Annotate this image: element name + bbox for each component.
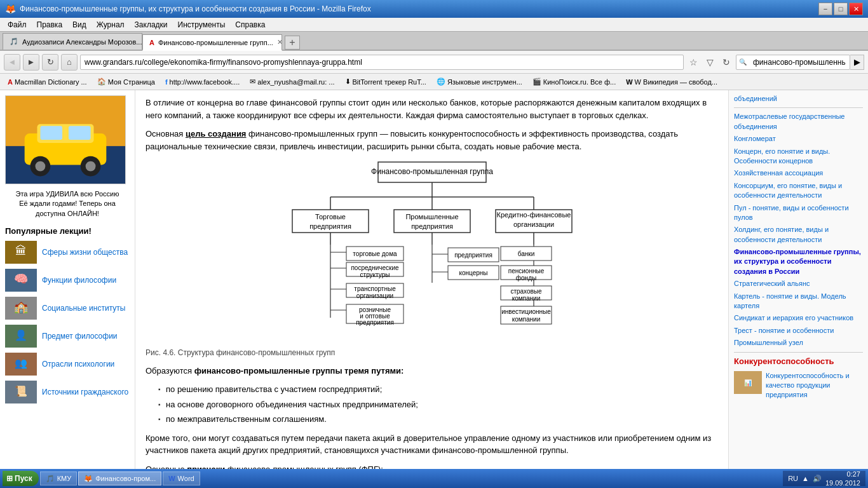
- right-link-2[interactable]: Конгломерат: [734, 134, 863, 144]
- formation-intro-para: Образуются финансово-промышленные группы…: [146, 365, 718, 377]
- bookmark-lang[interactable]: 🌐 Языковые инструмен...: [433, 76, 526, 87]
- tray-clock: 0:27 19.09.2012: [825, 470, 860, 488]
- svg-text:Финансово-промышленная группа: Финансово-промышленная группа: [371, 167, 493, 176]
- forward-button[interactable]: ►: [23, 54, 39, 71]
- reload-button[interactable]: ↻: [42, 54, 58, 71]
- minimize-button[interactable]: −: [818, 3, 832, 15]
- svg-text:👤: 👤: [15, 329, 27, 341]
- popular-item-1[interactable]: 🏛 Сферы жизни общества: [5, 241, 130, 264]
- svg-text:фонды: фонды: [515, 274, 536, 281]
- right-link-0[interactable]: объединений: [734, 94, 863, 104]
- titlebar-title: Финансово-промышленные группы, их структ…: [20, 4, 371, 13]
- right-link-13[interactable]: Промышленный узел: [734, 338, 863, 348]
- svg-text:банки: банки: [517, 250, 534, 257]
- taskbar-app-firefox[interactable]: 🦊 Финансово-пром...: [78, 471, 161, 485]
- bookmark-macmillan[interactable]: A Macmillan Dictionary ...: [4, 77, 91, 87]
- firefox-icon: 🦊: [5, 4, 16, 14]
- tab-finance[interactable]: A Финансово-промышленные групп... ✕: [142, 34, 282, 51]
- svg-text:📊: 📊: [744, 379, 752, 387]
- reload-small-icon[interactable]: ↻: [719, 55, 733, 69]
- right-link-10[interactable]: Картель - понятие и виды. Модель картеля: [734, 292, 863, 311]
- menu-bookmarks[interactable]: Закладки: [130, 19, 173, 30]
- divider-2: [734, 352, 863, 353]
- maximize-button[interactable]: □: [834, 3, 848, 15]
- right-link-4[interactable]: Хозяйственная ассоциация: [734, 168, 863, 178]
- taskbar-app-kmu[interactable]: 🎵 КМУ: [40, 471, 78, 485]
- start-icon: ⊞: [6, 474, 13, 483]
- tab-audio-label: Аудиозаписи Александры Морозов...: [22, 38, 142, 46]
- right-link-11[interactable]: Синдикат и иерархия его участников: [734, 313, 863, 323]
- menu-view[interactable]: Вид: [67, 19, 92, 30]
- bookmark-mail-label: alex_nyusha@mail.ru: ...: [257, 78, 334, 86]
- svg-text:👥: 👥: [15, 357, 27, 369]
- bookmark-facebook-icon: f: [165, 78, 168, 86]
- search-go-button[interactable]: ▶: [850, 55, 864, 70]
- bookmark-kino-label: КиноПоиск.ru. Все ф...: [543, 78, 616, 86]
- menu-journal[interactable]: Журнал: [92, 19, 130, 30]
- popular-item-5[interactable]: 👥 Отрасли психологии: [5, 353, 130, 376]
- taskbar-tray: RU ▲ 🔊 0:27 19.09.2012: [783, 471, 865, 486]
- popular-item-2[interactable]: 🧠 Функции философии: [5, 269, 130, 292]
- popular-img-4: 👤: [5, 325, 37, 348]
- popular-item-4[interactable]: 👤 Предмет философии: [5, 325, 130, 348]
- svg-text:Промышленные: Промышленные: [405, 213, 458, 220]
- right-ad[interactable]: 📊 Конкурентоспособность и качество проду…: [734, 371, 863, 400]
- bookmark-wikipedia-label: W Википедия — свобод...: [635, 78, 717, 86]
- search-input[interactable]: [736, 55, 850, 70]
- svg-text:торговые дома: торговые дома: [353, 250, 397, 257]
- right-link-12[interactable]: Трест - понятие и особенности: [734, 326, 863, 336]
- svg-rect-8: [40, 126, 62, 140]
- tray-arrow-up: ▲: [802, 475, 809, 482]
- bookmark-wikipedia[interactable]: W W Википедия — свобод...: [622, 77, 721, 87]
- menu-edit[interactable]: Правка: [32, 19, 68, 30]
- bookmark-facebook[interactable]: f http://www.facebook....: [161, 77, 243, 87]
- right-section2-link[interactable]: Конкурентоспособность и качество продукц…: [766, 371, 863, 400]
- address-bar[interactable]: [80, 55, 684, 70]
- tab-audio[interactable]: 🎵 Аудиозаписи Александры Морозов... ✕: [3, 33, 142, 50]
- ad-banner[interactable]: [5, 95, 126, 184]
- menu-file[interactable]: Файл: [3, 19, 32, 30]
- right-top-links: объединений Межотраслевые государственны…: [734, 94, 863, 348]
- tab-audio-icon: 🎵: [10, 37, 18, 46]
- bookmark-torrent[interactable]: ⬇ BitTorrent трекер RuT...: [341, 76, 430, 87]
- bookmark-mail[interactable]: ✉ alex_nyusha@mail.ru: ...: [246, 76, 338, 87]
- popular-item-3[interactable]: 🏫 Социальные институты: [5, 297, 130, 320]
- right-link-9[interactable]: Стратегический альянс: [734, 279, 863, 288]
- svg-point-5: [36, 161, 46, 172]
- word-icon: W: [168, 475, 175, 482]
- svg-text:🧠: 🧠: [14, 272, 29, 286]
- home-button[interactable]: ⌂: [61, 54, 78, 71]
- bookmark-kino-icon: 🎬: [532, 78, 541, 86]
- divider-1: [734, 107, 863, 108]
- taskbar-app-word[interactable]: W Word: [163, 471, 200, 485]
- right-link-5[interactable]: Консорциум, его понятие, виды и особенно…: [734, 181, 863, 201]
- bookmark-mypage[interactable]: 🏠 Моя Страница: [93, 76, 159, 87]
- titlebar-left: 🦊 Финансово-промышленные группы, их стру…: [5, 4, 371, 14]
- right-link-1[interactable]: Межотраслевые государственные объединени…: [734, 112, 863, 132]
- search-logo: 🔍: [739, 58, 747, 65]
- right-link-7[interactable]: Холдинг, его понятие, виды и особенности…: [734, 225, 863, 245]
- right-link-8[interactable]: Финансово-промышленные группы, их структ…: [734, 247, 863, 276]
- back-button[interactable]: ◄: [4, 54, 20, 71]
- firefox-taskbar-icon: 🦊: [84, 475, 93, 483]
- new-tab-button[interactable]: +: [285, 36, 300, 50]
- titlebar: 🦊 Финансово-промышленные группы, их стру…: [0, 0, 868, 18]
- close-button[interactable]: ✕: [849, 3, 863, 15]
- popular-title: Популярные лекции!: [5, 226, 130, 236]
- menu-help[interactable]: Справка: [230, 19, 270, 30]
- right-link-3[interactable]: Концерн, его понятие и виды. Особенности…: [734, 147, 863, 166]
- tab-finance-close[interactable]: ✕: [277, 38, 282, 46]
- navbar: ◄ ► ↻ ⌂ ☆ ▽ ↻ 🔍 ▶: [0, 51, 868, 74]
- bookmark-star-icon[interactable]: ☆: [686, 55, 700, 69]
- bookmark-kino[interactable]: 🎬 КиноПоиск.ru. Все ф...: [529, 76, 620, 87]
- right-link-6[interactable]: Пул - понятие, виды и особенности пулов: [734, 203, 863, 223]
- menu-tools[interactable]: Инструменты: [173, 19, 231, 30]
- svg-text:📜: 📜: [15, 385, 27, 397]
- right-ad-image: 📊: [734, 371, 762, 394]
- svg-text:🏫: 🏫: [14, 300, 29, 314]
- popular-item-6[interactable]: 📜 Источники гражданского: [5, 381, 130, 403]
- formation-item-1: по решению правительства с участием госп…: [158, 383, 718, 396]
- start-button[interactable]: ⊞ Пуск: [3, 471, 39, 486]
- svg-text:предприятия: предприятия: [356, 319, 394, 326]
- svg-text:компании: компании: [512, 316, 540, 323]
